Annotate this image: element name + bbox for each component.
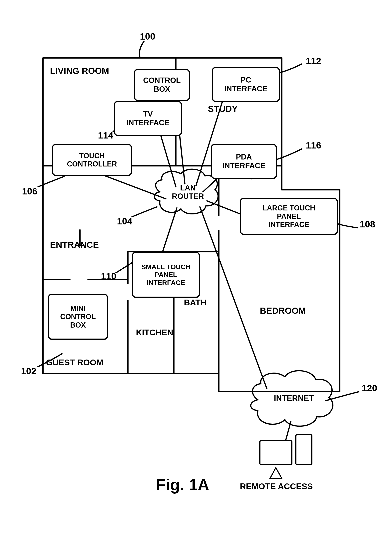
- svg-marker-34: [270, 468, 282, 479]
- svg-line-29: [100, 174, 166, 199]
- node-mini-control-box: MINICONTROLBOX: [48, 294, 108, 340]
- node-pda-interface: PDAINTERFACE: [211, 144, 277, 179]
- node-touch-controller: TOUCHCONTROLLER: [52, 144, 132, 176]
- ref-104: 104: [117, 216, 132, 227]
- node-pc-interface: PCINTERFACE: [212, 67, 280, 102]
- svg-rect-19: [127, 284, 129, 300]
- node-lan-router: LANROUTER: [169, 184, 207, 201]
- ref-108: 108: [360, 219, 375, 230]
- room-kitchen: KITCHEN: [136, 328, 173, 337]
- node-large-touch-panel: LARGE TOUCHPANELINTERFACE: [240, 198, 338, 235]
- svg-rect-32: [260, 441, 292, 465]
- node-tv-interface: TVINTERFACE: [114, 101, 182, 136]
- node-control-box: CONTROLBOX: [134, 69, 190, 101]
- room-entrance: ENTRANCE: [50, 240, 99, 250]
- page: LIVING ROOM STUDY ENTRANCE GUEST ROOM KI…: [0, 0, 392, 533]
- ref-112: 112: [306, 56, 321, 66]
- figure-label: Fig. 1A: [156, 476, 209, 494]
- node-remote-access: REMOTE ACCESS: [240, 482, 313, 491]
- ref-114: 114: [98, 130, 113, 141]
- ref-106: 106: [22, 186, 37, 197]
- room-guest-room: GUEST ROOM: [46, 358, 103, 367]
- svg-line-35: [286, 422, 291, 440]
- svg-rect-33: [296, 435, 312, 465]
- ref-116: 116: [306, 140, 321, 151]
- svg-rect-16: [218, 216, 220, 230]
- node-small-touch-panel: SMALL TOUCHPANELINTERFACE: [132, 252, 200, 298]
- ref-102: 102: [21, 366, 36, 376]
- room-study: STUDY: [208, 104, 238, 114]
- svg-line-30: [163, 208, 177, 251]
- ref-110: 110: [101, 271, 116, 282]
- room-living-room: LIVING ROOM: [50, 66, 109, 76]
- room-bath: BATH: [184, 298, 207, 307]
- node-internet: INTERNET: [267, 394, 321, 403]
- ref-100: 100: [140, 31, 155, 42]
- ref-120: 120: [362, 383, 377, 394]
- room-bedroom: BEDROOM: [260, 306, 306, 316]
